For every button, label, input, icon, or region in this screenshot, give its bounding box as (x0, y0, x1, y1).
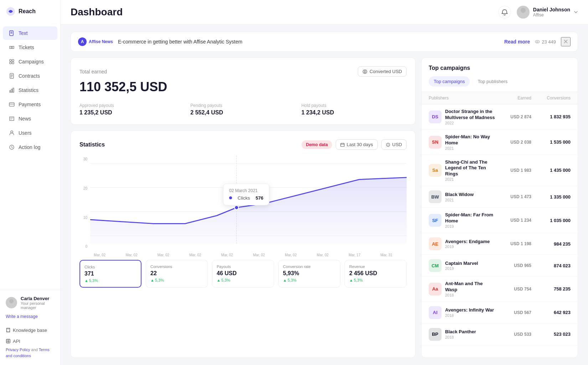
campaign-row[interactable]: SN Spider-Man: No Way Home 2021 USD 2 03… (422, 130, 578, 155)
stats-title: Statistics (79, 142, 105, 148)
currency-label: Converted USD (370, 69, 402, 74)
sidebar-item-users[interactable]: Users (3, 126, 57, 140)
read-more-link[interactable]: Read more (504, 39, 530, 45)
card-icon (9, 101, 15, 108)
conversions-change: ▲ 5,3% (150, 278, 203, 282)
chart-canvas: 02 March 2021 Clicks 576 (90, 155, 407, 256)
campaign-row[interactable]: BP Black Panther 2018 USD 533 523 023 (422, 324, 578, 345)
campaign-row[interactable]: SF Spider-Man: Far From Home 2019 USD 1 … (422, 208, 578, 233)
campaigns-table-header: Publishers Earned Conversions (422, 92, 578, 104)
sidebar-item-contracts[interactable]: Contracts (3, 69, 57, 83)
camp-year: 2018 (445, 313, 494, 318)
sidebar-item-campaigns[interactable]: Campaigns (3, 55, 57, 68)
metric-conversions[interactable]: Conversions 22 ▲ 5,3% (146, 260, 208, 288)
camp-name: Doctor Strange in the Multiverse of Madn… (445, 109, 496, 121)
camp-info: CM Captain Marvel 2019 (429, 259, 496, 272)
news-close-button[interactable]: ✕ (561, 37, 571, 46)
write-message-link[interactable]: Write a message (6, 314, 55, 319)
revenue-value: 2 456 USD (349, 270, 402, 277)
sidebar-item-tickets-label: Tickets (19, 45, 34, 50)
sidebar-item-users-label: Users (19, 130, 32, 136)
camp-year: 2019 (445, 266, 478, 271)
sidebar-item-statistics-label: Statistics (19, 87, 38, 93)
conv-rate-change: ▲ 5,3% (283, 278, 336, 282)
views-count: 23 449 (542, 39, 556, 45)
currency-usd-label: USD (392, 142, 402, 147)
camp-avatar: BP (429, 328, 442, 341)
news-badge-icon: A (78, 37, 87, 46)
tab-top-publishers[interactable]: Top publishers (473, 76, 512, 87)
sidebar: Reach Text Tickets (0, 0, 61, 365)
metric-revenue[interactable]: Revenue 2 456 USD ▲ 5,3% (345, 260, 407, 288)
page-header: Dashboard Daniel Johnson Affise (61, 0, 588, 25)
sidebar-item-action-log[interactable]: Action log (3, 140, 57, 154)
camp-conversions: 874 023 (531, 263, 571, 268)
svg-point-42 (234, 206, 238, 210)
sidebar-item-tickets[interactable]: Tickets (3, 41, 57, 54)
camp-avatar: AI (429, 306, 442, 319)
svg-rect-6 (12, 60, 14, 61)
conversions-label: Conversions (150, 264, 203, 269)
tab-top-campaigns[interactable]: Top campaigns (429, 76, 470, 87)
date-picker-button[interactable]: Last 30 days (336, 139, 378, 150)
campaign-row[interactable]: AI Avengers: Infinity War 2018 USD 567 6… (422, 302, 578, 324)
svg-point-26 (537, 41, 538, 42)
left-panel: Total earned Converted USD 110 352,5 USD (71, 57, 416, 358)
footer-links: Privacy Policy and Terms and conditions (6, 347, 55, 359)
manager-title: Your personal manager (21, 301, 55, 310)
manager-info: Carla Denver Your personal manager (6, 296, 55, 310)
camp-avatar: SF (429, 214, 442, 227)
svg-rect-14 (11, 89, 12, 92)
conv-rate-value: 5,93% (283, 270, 336, 277)
user-menu[interactable]: Daniel Johnson Affise (517, 6, 578, 19)
camp-info: Sa Shang-Chi and The Legend of The Ten R… (429, 159, 496, 182)
demo-badge: Demo data (301, 140, 332, 149)
sidebar-bottom: Carla Denver Your personal manager Write… (0, 290, 60, 365)
camp-year: 2021 (445, 198, 474, 202)
privacy-policy-link[interactable]: Privacy Policy (6, 348, 30, 352)
metric-clicks[interactable]: Clicks 371 ▲ 5,3% (79, 260, 141, 288)
notifications-button[interactable] (498, 6, 511, 19)
camp-name: Spider-Man: Far From Home (445, 212, 496, 224)
top-campaigns-panel: Top campaigns Top campaigns Top publishe… (421, 57, 578, 358)
campaign-row[interactable]: CM Captain Marvel 2019 USD 965 874 023 (422, 255, 578, 277)
col-conversions: Conversions (531, 96, 571, 101)
camp-year: 2019 (445, 245, 490, 249)
camp-earned: USD 1 473 (496, 194, 531, 199)
camp-earned: USD 1 983 (496, 168, 531, 173)
sidebar-item-text[interactable]: Text (3, 26, 57, 40)
camp-avatar: CM (429, 259, 442, 272)
campaign-row[interactable]: BW Black Widow 2021 USD 1 473 1 335 000 (422, 186, 578, 208)
app-name: Reach (19, 8, 36, 15)
sidebar-item-statistics[interactable]: Statistics (3, 83, 57, 97)
camp-conversions: 1 435 000 (531, 168, 571, 173)
metric-conversion-rate[interactable]: Conversion rate 5,93% ▲ 5,3% (278, 260, 340, 288)
campaign-row[interactable]: DS Doctor Strange in the Multiverse of M… (422, 104, 578, 130)
col-earned: Earned (496, 96, 531, 101)
sidebar-nav: Text Tickets Campaigns (0, 23, 60, 290)
chart-area: 30 20 10 0 (79, 155, 407, 256)
logo[interactable]: Reach (0, 0, 60, 23)
currency-selector[interactable]: Converted USD (358, 66, 407, 77)
knowledge-base-link[interactable]: Knowledge base (6, 325, 55, 336)
revenue-label: Revenue (349, 264, 402, 269)
camp-name: Captain Marvel (445, 261, 478, 267)
news-icon (9, 115, 15, 122)
bell-icon (501, 9, 508, 15)
book-icon (6, 328, 11, 333)
currency-button[interactable]: USD (381, 139, 407, 150)
svg-point-24 (521, 8, 526, 13)
camp-earned: USD 754 (496, 287, 531, 292)
camp-conversions: 984 235 (531, 241, 571, 247)
y-axis-labels: 30 20 10 0 (79, 155, 90, 256)
sidebar-item-news[interactable]: News (3, 112, 57, 125)
camp-earned: USD 1 198 (496, 241, 531, 246)
campaign-row[interactable]: Aa Ant-Man and The Wasp 2018 USD 754 758… (422, 277, 578, 302)
campaign-row[interactable]: Sa Shang-Chi and The Legend of The Ten R… (422, 155, 578, 186)
camp-conversions: 523 023 (531, 331, 571, 337)
api-link[interactable]: API (6, 336, 55, 347)
campaign-row[interactable]: AE Avengers: Endgame 2019 USD 1 198 984 … (422, 233, 578, 255)
metric-payouts[interactable]: Payouts 46 USD ▲ 5,3% (212, 260, 274, 288)
sidebar-item-payments[interactable]: Payments (3, 98, 57, 111)
api-label: API (13, 339, 20, 344)
